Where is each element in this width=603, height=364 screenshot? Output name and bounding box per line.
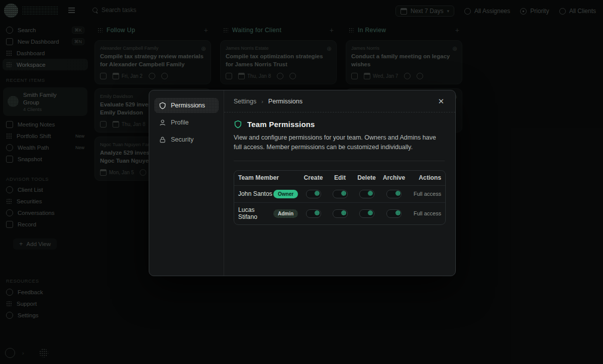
breadcrumb-permissions: Permissions: [268, 98, 303, 105]
modal-nav: Permissions Profile Security: [149, 90, 224, 276]
toggle-delete[interactable]: [359, 209, 374, 218]
divider: [234, 161, 445, 161]
table-header-row: Team Member Create Edit Delete Archive A…: [234, 171, 445, 186]
role-badge: Admin: [273, 209, 298, 218]
toggle-edit[interactable]: [333, 209, 348, 218]
member-name: Lucas Stifano: [238, 206, 272, 221]
access-level: Full access: [408, 191, 445, 197]
modal-content: Settings › Permissions ✕ Team Permission…: [224, 90, 455, 276]
table-row: Lucas Stifano Admin Full access: [234, 203, 445, 224]
table-row: John Santos Owner Full access: [234, 186, 445, 203]
toggle-archive[interactable]: [386, 190, 401, 198]
breadcrumb: Settings › Permissions: [234, 98, 303, 105]
header-actions: Actions: [408, 174, 445, 181]
chevron-right-icon: ›: [261, 98, 263, 104]
toggle-edit[interactable]: [333, 190, 348, 198]
access-level: Full access: [408, 210, 445, 216]
permissions-description: View and configure permissions for your …: [234, 133, 438, 153]
toggle-delete[interactable]: [359, 190, 374, 198]
permissions-table: Team Member Create Edit Delete Archive A…: [234, 170, 446, 225]
user-icon: [159, 119, 166, 127]
page-title: Team Permissions: [247, 120, 315, 129]
header-edit: Edit: [327, 174, 353, 181]
member-name: John Santos: [238, 190, 272, 198]
modal-nav-security[interactable]: Security: [154, 132, 219, 147]
shield-icon: [234, 120, 242, 129]
toggle-create[interactable]: [306, 209, 321, 218]
settings-modal: Permissions Profile Security Settings ›: [149, 90, 456, 276]
modal-header: Settings › Permissions ✕: [224, 90, 455, 112]
modal-nav-profile[interactable]: Profile: [154, 115, 219, 130]
header-archive: Archive: [380, 174, 408, 181]
breadcrumb-settings[interactable]: Settings: [234, 98, 256, 105]
shield-icon: [159, 102, 166, 109]
header-delete: Delete: [353, 174, 380, 181]
modal-nav-permissions[interactable]: Permissions: [154, 98, 219, 113]
header-create: Create: [300, 174, 327, 181]
close-icon[interactable]: ✕: [438, 97, 444, 105]
role-badge: Owner: [273, 190, 298, 198]
modal-body: Team Permissions View and configure perm…: [224, 112, 455, 225]
lock-icon: [159, 136, 166, 144]
app-root: Search tasks Next 7 Days ▾ All Assignees…: [0, 0, 603, 364]
toggle-create[interactable]: [306, 190, 321, 198]
header-team-member: Team Member: [234, 174, 300, 181]
toggle-archive[interactable]: [386, 209, 401, 218]
